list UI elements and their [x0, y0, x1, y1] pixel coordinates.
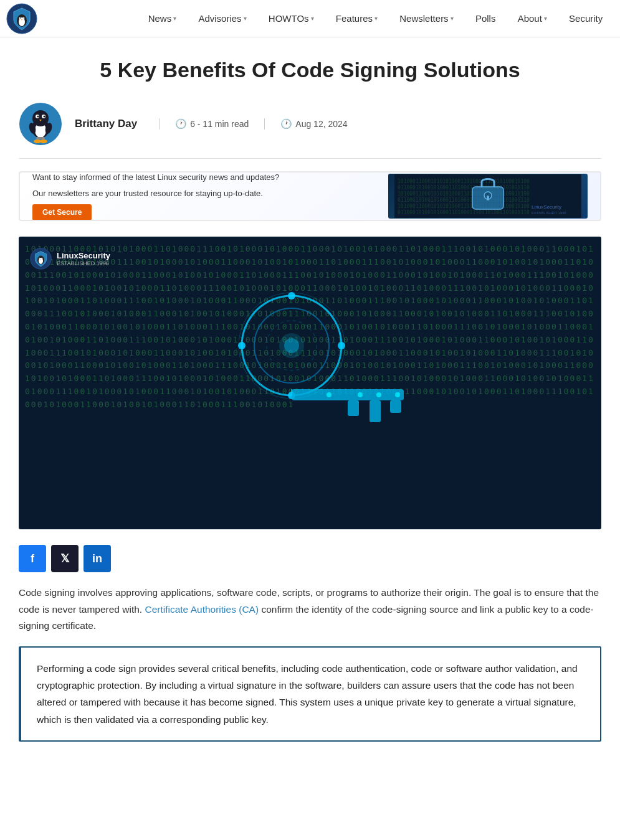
svg-point-57: [42, 258, 42, 258]
nav-item-advisories[interactable]: Advisories▾: [196, 2, 249, 35]
svg-point-5: [20, 17, 21, 18]
nav-item-howtos[interactable]: HOWTOs▾: [266, 2, 317, 35]
chevron-down-icon: ▾: [244, 15, 247, 22]
svg-rect-38: [292, 389, 404, 400]
nav-item-news[interactable]: News▾: [146, 2, 179, 35]
chevron-down-icon: ▾: [544, 15, 547, 22]
highlight-text: Performing a code sign provides several …: [37, 660, 584, 728]
svg-point-50: [395, 392, 400, 397]
svg-text:011000101001010001101000111001: 0110001010010100011010001110010100010100…: [398, 185, 530, 191]
svg-point-10: [32, 110, 49, 126]
chevron-down-icon: ▾: [311, 15, 314, 22]
meta-divider: [159, 118, 160, 130]
hero-logo-sub: ESTABLISHED 1996: [57, 260, 110, 267]
nav-item-polls[interactable]: Polls: [473, 2, 498, 35]
svg-text:101000110001010101000110100011: 1010001100010101010001101000111001010001…: [398, 204, 530, 209]
article-highlight-box: Performing a code sign provides several …: [19, 646, 601, 742]
chevron-down-icon: ▾: [451, 15, 454, 22]
article-container: 5 Key Benefits Of Code Signing Solutions: [0, 37, 620, 760]
article-hero-image: 1010001100010101010001101000111001010001…: [19, 237, 601, 529]
nav-item-features[interactable]: Features▾: [333, 2, 380, 35]
article-title: 5 Key Benefits Of Code Signing Solutions: [19, 56, 601, 83]
svg-text:LinuxSecurity: LinuxSecurity: [532, 204, 561, 210]
site-logo[interactable]: [6, 3, 137, 34]
social-share-bar: f 𝕏 in: [19, 545, 601, 572]
newsletter-image: 1010001100010101010001101000111001010001…: [388, 174, 588, 219]
calendar-icon: 🕐: [280, 118, 292, 130]
nav-menu: News▾ Advisories▾ HOWTOs▾ Features▾ News…: [137, 2, 614, 35]
svg-rect-41: [390, 400, 401, 413]
hero-logo: LinuxSecurity ESTABLISHED 1996: [30, 248, 110, 270]
svg-text:101000110001010101000110100011: 1010001100010101010001101000111001010001…: [398, 191, 530, 197]
read-time-meta: 🕐 6 - 11 min read: [175, 118, 249, 130]
hero-key-graphic: [155, 258, 466, 507]
svg-rect-29: [487, 196, 489, 201]
hero-logo-icon: [30, 248, 52, 270]
svg-text:101000110001010101000110100011: 1010001100010101010001101000111001010001…: [398, 179, 530, 184]
chevron-down-icon: ▾: [173, 15, 176, 22]
svg-rect-40: [370, 400, 381, 422]
author-avatar: [19, 102, 62, 146]
twitter-share-button[interactable]: 𝕏: [51, 545, 79, 572]
svg-rect-39: [348, 400, 359, 416]
chevron-down-icon: ▾: [374, 15, 378, 22]
svg-point-18: [40, 139, 47, 143]
author-meta: Brittany Day 🕐 6 - 11 min read 🕐 Aug 12,…: [19, 102, 601, 159]
nav-item-about[interactable]: About▾: [515, 2, 550, 35]
svg-point-6: [24, 17, 24, 18]
svg-text:011000101001010001101000111001: 0110001010010100011010001110010100010100…: [398, 210, 530, 215]
svg-rect-19: [36, 137, 45, 139]
nav-item-security[interactable]: Security: [566, 2, 605, 35]
svg-text:ESTABLISHED 1996: ESTABLISHED 1996: [532, 211, 567, 215]
author-name: Brittany Day: [75, 118, 137, 130]
svg-point-44: [284, 338, 299, 353]
hero-logo-text: LinuxSecurity: [57, 251, 110, 260]
newsletter-security-graphic: 1010001100010101010001101000111001010001…: [394, 174, 581, 218]
svg-text:011000101001010001101000111001: 0110001010010100011010001110010100010100…: [398, 197, 530, 203]
meta-divider-2: [264, 118, 265, 130]
newsletter-cta-button[interactable]: Get Secure: [32, 204, 92, 220]
date-meta: 🕐 Aug 12, 2024: [280, 118, 347, 130]
svg-point-37: [238, 342, 246, 349]
svg-point-49: [376, 392, 381, 397]
facebook-share-button[interactable]: f: [19, 545, 46, 572]
svg-point-56: [39, 258, 40, 258]
nav-item-newsletters[interactable]: Newsletters▾: [397, 2, 455, 35]
linkedin-share-button[interactable]: in: [83, 545, 111, 572]
main-nav: News▾ Advisories▾ HOWTOs▾ Features▾ News…: [0, 0, 620, 37]
newsletter-text: Want to stay informed of the latest Linu…: [32, 171, 376, 221]
article-intro: Code signing involves approving applicat…: [19, 585, 601, 634]
clock-icon: 🕐: [175, 118, 187, 130]
svg-point-14: [44, 116, 45, 118]
svg-point-34: [288, 292, 295, 300]
svg-point-13: [37, 116, 39, 118]
newsletter-banner: Want to stay informed of the latest Linu…: [19, 171, 601, 221]
ca-link[interactable]: Certificate Authorities (CA): [145, 604, 259, 615]
svg-point-48: [358, 392, 363, 397]
svg-point-35: [338, 342, 345, 349]
svg-point-47: [327, 392, 331, 397]
